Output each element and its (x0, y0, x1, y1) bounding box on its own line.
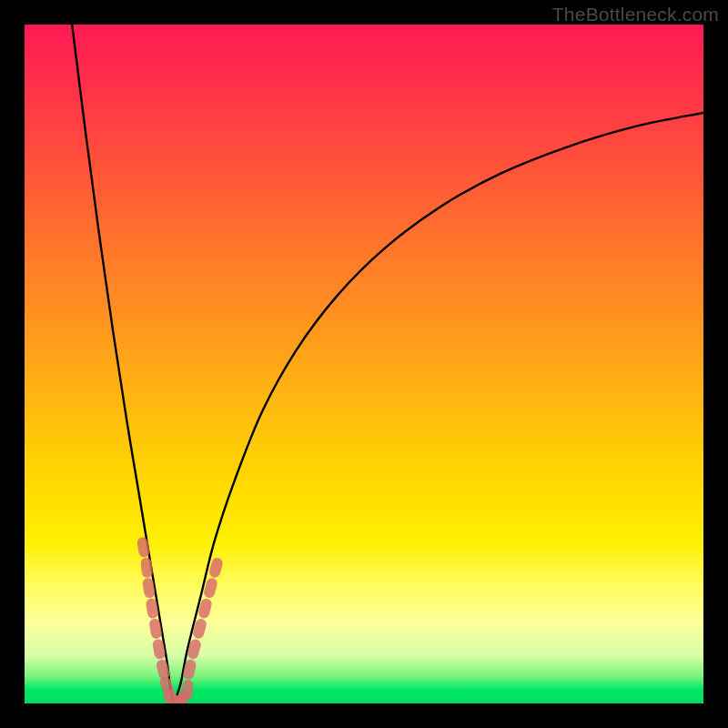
chart-svg (25, 25, 703, 703)
data-marker (181, 680, 194, 701)
data-marker (136, 537, 150, 559)
outer-frame: TheBottleneck.com (0, 0, 728, 728)
data-marker (140, 557, 153, 578)
watermark-text: TheBottleneck.com (552, 4, 719, 25)
plot-area (25, 25, 703, 703)
curve-layer (72, 25, 703, 703)
data-marker (156, 659, 171, 681)
marker-layer (136, 537, 224, 703)
left-branch-curve (72, 25, 174, 703)
right-branch-curve (174, 113, 703, 703)
